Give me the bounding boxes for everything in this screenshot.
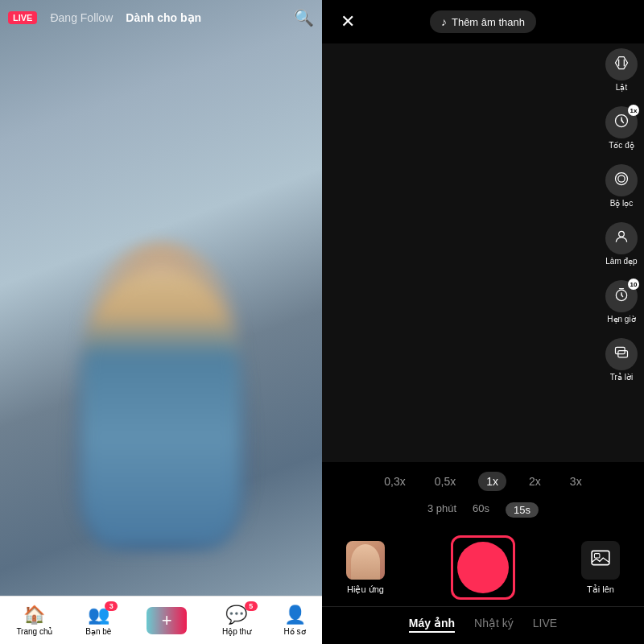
nav-create[interactable]: + xyxy=(144,605,189,637)
upload-icon-wrap xyxy=(581,541,620,580)
svg-point-3 xyxy=(619,231,625,237)
filter-icon-wrap xyxy=(605,164,638,196)
reply-icon xyxy=(613,345,630,365)
flip-label: Lật xyxy=(616,83,627,92)
nav-friends[interactable]: 👥 3 Bạn bè xyxy=(85,605,111,636)
mode-diary[interactable]: Nhật ký xyxy=(474,617,514,633)
speed-0-5x[interactable]: 0,5x xyxy=(428,472,462,491)
timer-label: Hẹn giờ xyxy=(607,315,635,324)
upload-label: Tải lên xyxy=(587,584,614,595)
nav-inbox[interactable]: 💬 5 Hộp thư xyxy=(222,605,251,636)
friends-label: Bạn bè xyxy=(85,627,111,636)
speed-label: Tốc độ xyxy=(609,141,634,150)
search-icon[interactable]: 🔍 xyxy=(294,8,314,27)
record-row: Hiệu ứng Tải lên xyxy=(322,527,644,606)
side-tools: Lật 1x Tốc độ xyxy=(605,48,638,382)
inbox-label: Hộp thư xyxy=(222,627,251,636)
effect-avatar xyxy=(346,541,385,580)
svg-point-1 xyxy=(618,175,625,181)
speed-selector: 0,3x 0,5x 1x 2x 3x xyxy=(322,462,644,497)
speed-2x[interactable]: 2x xyxy=(522,472,547,491)
tab-danh-cho-ban[interactable]: Dành cho bạn xyxy=(119,11,208,24)
filter-icon xyxy=(613,171,630,191)
upload-icon xyxy=(590,547,611,573)
home-icon: 🏠 xyxy=(23,605,45,625)
tool-filter[interactable]: Bộ lọc xyxy=(605,164,638,208)
live-badge: LIVE xyxy=(8,11,37,24)
speed-badge: 1x xyxy=(628,105,639,116)
profile-label: Hồ sơ xyxy=(284,627,306,636)
inbox-icon: 💬 xyxy=(225,605,247,625)
speed-1x[interactable]: 1x xyxy=(478,472,506,491)
beauty-label: Làm đẹp xyxy=(605,257,637,266)
music-note-icon: ♪ xyxy=(441,15,447,28)
record-button[interactable] xyxy=(451,535,515,600)
top-nav: LIVE Đang Follow Dành cho bạn 🔍 xyxy=(0,0,322,35)
nav-profile[interactable]: 👤 Hồ sơ xyxy=(284,605,306,636)
beauty-icon-wrap xyxy=(605,222,638,254)
tool-beauty[interactable]: Làm đẹp xyxy=(605,222,638,266)
person-body xyxy=(80,274,242,547)
inbox-badge: 5 xyxy=(245,601,258,611)
mode-live[interactable]: LIVE xyxy=(533,617,557,633)
mode-camera[interactable]: Máy ảnh xyxy=(409,617,455,633)
tab-dang-follow[interactable]: Đang Follow xyxy=(43,11,119,24)
tool-reply[interactable]: Trả lời xyxy=(605,338,638,382)
mode-tabs: Máy ảnh Nhật ký LIVE xyxy=(322,607,644,644)
bottom-nav: 🏠 Trang chủ 👥 3 Bạn bè + 💬 5 Hộp thư 👤 H… xyxy=(0,596,322,644)
tool-flip[interactable]: Lật xyxy=(605,48,638,92)
add-sound-button[interactable]: ♪ Thêm âm thanh xyxy=(430,10,536,33)
upload-item[interactable]: Tải lên xyxy=(581,541,620,595)
right-top-bar: ✕ ♪ Thêm âm thanh xyxy=(322,0,644,43)
reply-label: Trả lời xyxy=(610,373,633,382)
profile-icon: 👤 xyxy=(284,605,306,625)
duration-60s[interactable]: 60s xyxy=(473,502,489,518)
svg-rect-8 xyxy=(594,553,600,557)
timer-icon xyxy=(613,287,630,307)
timer-icon-wrap: 10 xyxy=(605,280,638,312)
reply-icon-wrap xyxy=(605,338,638,370)
left-panel: LIVE Đang Follow Dành cho bạn 🔍 🏠 Trang … xyxy=(0,0,322,644)
create-button[interactable]: + xyxy=(144,605,189,637)
record-button-inner xyxy=(457,542,509,593)
speed-icon xyxy=(613,113,630,133)
tool-speed[interactable]: 1x Tốc độ xyxy=(605,106,638,150)
timer-badge: 10 xyxy=(628,279,639,290)
duration-15s[interactable]: 15s xyxy=(506,502,539,518)
speed-0-3x[interactable]: 0,3x xyxy=(378,472,411,491)
nav-home[interactable]: 🏠 Trang chủ xyxy=(16,605,52,636)
speed-icon-wrap: 1x xyxy=(605,106,638,138)
add-sound-label: Thêm âm thanh xyxy=(452,16,525,28)
friends-badge: 3 xyxy=(105,601,118,611)
beauty-icon xyxy=(613,229,630,249)
tool-timer[interactable]: 10 Hẹn giờ xyxy=(605,280,638,324)
camera-viewfinder xyxy=(322,43,644,462)
svg-point-2 xyxy=(616,172,628,184)
speed-3x[interactable]: 3x xyxy=(564,472,588,491)
effect-label: Hiệu ứng xyxy=(347,584,384,595)
create-icon: + xyxy=(158,612,175,630)
home-label: Trang chủ xyxy=(16,627,52,636)
duration-selector: 3 phút 60s 15s xyxy=(322,497,644,527)
video-background xyxy=(0,0,322,596)
close-button[interactable]: ✕ xyxy=(335,11,361,32)
effect-item[interactable]: Hiệu ứng xyxy=(346,541,385,595)
flip-icon xyxy=(613,55,630,75)
right-panel: ✕ ♪ Thêm âm thanh Lật xyxy=(322,0,644,644)
flip-icon-wrap xyxy=(605,48,638,80)
filter-label: Bộ lọc xyxy=(610,199,634,208)
duration-3min[interactable]: 3 phút xyxy=(427,502,456,518)
